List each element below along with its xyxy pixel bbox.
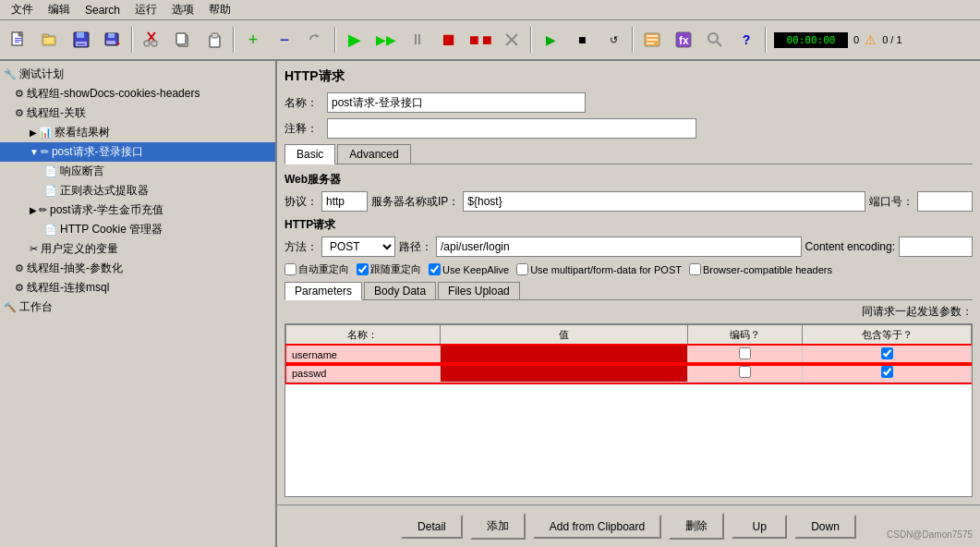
param-value-username: n██████ xyxy=(440,346,688,364)
keepalive-checkbox[interactable] xyxy=(429,263,441,275)
protocol-input[interactable] xyxy=(321,191,368,212)
checkbox-redirect[interactable]: 自动重定向 xyxy=(284,262,349,276)
collapse-button[interactable]: − xyxy=(270,25,299,55)
encoding-input[interactable] xyxy=(899,237,973,257)
port-input[interactable] xyxy=(917,191,973,212)
stop-now-button[interactable]: ⏹⏹ xyxy=(466,25,495,55)
multipart-checkbox[interactable] xyxy=(516,263,528,275)
http-panel: HTTP请求 名称： 注释： Basic Advanced Web服务器 xyxy=(277,61,980,504)
tree-item-workbench[interactable]: 🔨 工作台 xyxy=(0,298,275,317)
table-row[interactable]: passwd ████ xyxy=(286,364,972,383)
post-icon: ✏ xyxy=(41,146,49,158)
plan-icon: 🔧 xyxy=(4,68,17,80)
method-select[interactable]: POST GET PUT DELETE xyxy=(321,237,395,257)
table-row[interactable]: username n██████ xyxy=(286,346,972,364)
browser-compat-checkbox[interactable] xyxy=(689,263,701,275)
follow-checkbox[interactable] xyxy=(357,263,369,275)
redirect-checkbox[interactable] xyxy=(284,263,296,275)
expand-button[interactable]: + xyxy=(238,25,268,55)
checkbox-follow[interactable]: 跟随重定向 xyxy=(357,262,421,276)
server-row: 协议： 服务器名称或IP： 端口号： xyxy=(284,191,973,212)
name-input[interactable] xyxy=(327,92,586,113)
run-button[interactable]: ▶ xyxy=(340,25,369,55)
saveas-button[interactable]: + xyxy=(98,25,127,55)
tree-label: 线程组-连接msql xyxy=(27,280,109,296)
tree-item-resulttree[interactable]: ▶ 📊 察看结果树 xyxy=(0,123,275,142)
clear-button[interactable] xyxy=(497,25,526,55)
tree-item-vars[interactable]: ✂ 用户定义的变量 xyxy=(0,239,275,259)
panel-title: HTTP请求 xyxy=(284,68,973,85)
svg-rect-3 xyxy=(15,38,21,39)
param-include-username xyxy=(803,346,972,364)
tree-item-post-coin[interactable]: ▶ ✏ post请求-学生金币充值 xyxy=(0,201,275,220)
tree-item-regex[interactable]: 📄 正则表达式提取器 xyxy=(0,181,275,201)
menu-help[interactable]: 帮助 xyxy=(201,0,238,19)
tree-item-plan[interactable]: 🔧 测试计划 xyxy=(0,65,275,84)
remote-stop-button[interactable]: ⏹ xyxy=(567,25,597,55)
checkbox-keepalive[interactable]: Use KeepAlive xyxy=(429,263,509,275)
tree-item-assertion[interactable]: 📄 响应断言 xyxy=(0,162,275,181)
menu-run[interactable]: 运行 xyxy=(127,0,164,19)
params-table: 名称： 值 编码？ 包含等于？ username n██████ xyxy=(284,323,973,497)
bottom-buttons: Detail 添加 Add from Clipboard 删除 Up Down xyxy=(277,504,980,547)
svg-rect-29 xyxy=(647,35,658,37)
cut-button[interactable] xyxy=(137,25,166,55)
sub-tab-params[interactable]: Parameters xyxy=(284,282,362,300)
menu-options[interactable]: 选项 xyxy=(164,0,201,19)
stop-button[interactable]: ⏹ xyxy=(434,25,464,55)
open-button[interactable] xyxy=(35,25,65,55)
new-button[interactable] xyxy=(4,25,33,55)
help-button[interactable]: ? xyxy=(732,25,761,55)
template-button[interactable] xyxy=(637,25,667,55)
tree-label: 线程组-抽奖-参数化 xyxy=(27,261,123,276)
workbench-icon: 🔨 xyxy=(4,301,17,313)
checkbox-browser-compat[interactable]: Browser-compatible headers xyxy=(689,263,832,275)
method-row: 方法： POST GET PUT DELETE 路径： Content enco… xyxy=(284,237,973,257)
toolbar-sep-5 xyxy=(632,27,634,53)
up-button[interactable]: Up xyxy=(732,515,787,539)
menu-file[interactable]: 文件 xyxy=(4,0,41,19)
tree-item-post-login[interactable]: ▼ ✏ post请求-登录接口 xyxy=(0,142,275,162)
server-input[interactable] xyxy=(463,191,865,212)
tree-item-threadgroup4[interactable]: ⚙ 线程组-连接msql xyxy=(0,278,275,298)
menu-search[interactable]: Search xyxy=(78,2,127,18)
run-no-pause-button[interactable]: ▶▶ xyxy=(371,25,401,55)
add-clipboard-button[interactable]: Add from Clipboard xyxy=(533,515,661,539)
collapse-icon: ▼ xyxy=(30,147,39,157)
tree-item-cookie[interactable]: 📄 HTTP Cookie 管理器 xyxy=(0,220,275,239)
add-button[interactable]: 添加 xyxy=(470,513,526,540)
param-value-passwd: ████ xyxy=(440,364,688,383)
remote-start-button[interactable]: ▶ xyxy=(536,25,565,55)
checkbox-multipart[interactable]: Use multipart/form-data for POST xyxy=(516,263,682,275)
down-button[interactable]: Down xyxy=(794,515,856,539)
tab-advanced[interactable]: Advanced xyxy=(337,144,410,164)
svg-rect-4 xyxy=(15,40,21,41)
tree-item-threadgroup1[interactable]: ⚙ 线程组-showDocs-cookies-headers xyxy=(0,84,275,103)
toggle-button[interactable] xyxy=(301,25,331,55)
search-button-toolbar[interactable] xyxy=(700,25,730,55)
svg-rect-8 xyxy=(44,38,54,43)
protocol-label: 协议： xyxy=(284,194,318,210)
web-server-title: Web服务器 xyxy=(284,172,973,188)
save-button[interactable] xyxy=(67,25,96,55)
path-input[interactable] xyxy=(436,237,802,257)
param-include-passwd xyxy=(803,364,972,383)
sub-tab-files[interactable]: Files Upload xyxy=(438,282,520,299)
sub-tab-body[interactable]: Body Data xyxy=(364,282,436,299)
tree-item-threadgroup3[interactable]: ⚙ 线程组-抽奖-参数化 xyxy=(0,259,275,278)
tree-item-threadgroup2[interactable]: ⚙ 线程组-关联 xyxy=(0,103,275,123)
detail-button[interactable]: Detail xyxy=(401,515,463,539)
menu-edit[interactable]: 编辑 xyxy=(41,0,78,19)
svg-rect-22 xyxy=(176,33,186,44)
paste-button[interactable] xyxy=(200,25,229,55)
watermark: CSDN@Damon7575 xyxy=(887,529,973,540)
remote-clear-button[interactable]: ↺ xyxy=(599,25,628,55)
function-helper-button[interactable]: fx xyxy=(669,25,698,55)
copy-button[interactable] xyxy=(168,25,198,55)
delete-button[interactable]: 删除 xyxy=(669,513,724,540)
thread-icon: ⚙ xyxy=(15,88,24,100)
params-area: 同请求一起发送参数： 名称： 值 编码？ 包含等于？ xyxy=(284,304,973,497)
comment-input[interactable] xyxy=(327,118,696,139)
tab-basic[interactable]: Basic xyxy=(284,144,335,164)
pause-button[interactable]: ⏸ xyxy=(403,25,432,55)
